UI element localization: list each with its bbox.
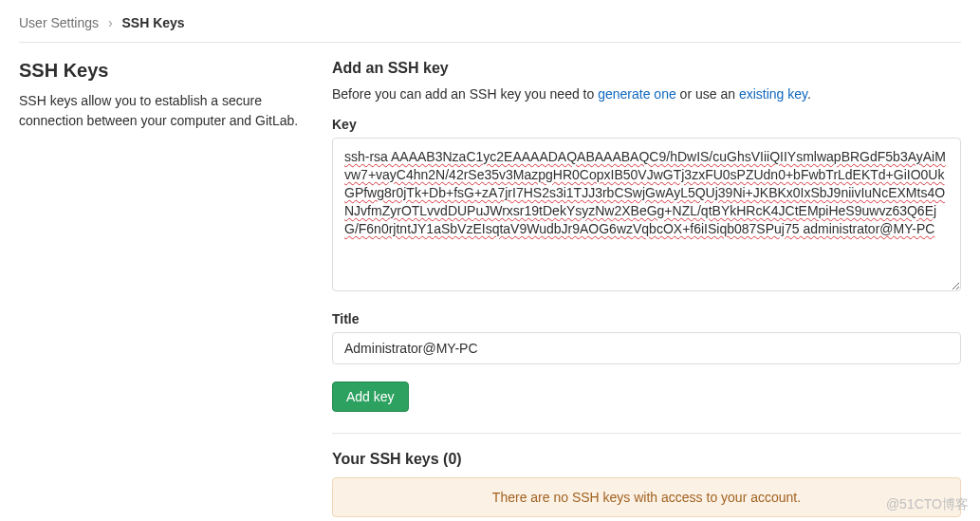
title-input[interactable] xyxy=(332,332,961,364)
add-key-heading: Add an SSH key xyxy=(332,60,961,77)
section-divider xyxy=(332,433,961,434)
breadcrumb-current: SSH Keys xyxy=(122,15,185,30)
page-description: SSH keys allow you to establish a secure… xyxy=(19,91,313,131)
intro-text-before: Before you can add an SSH key you need t… xyxy=(332,86,598,102)
breadcrumb-root[interactable]: User Settings xyxy=(19,15,99,30)
empty-keys-alert: There are no SSH keys with access to you… xyxy=(332,477,961,517)
your-keys-count: 0 xyxy=(448,451,456,467)
page-title: SSH Keys xyxy=(19,60,313,82)
watermark: @51CTO博客 xyxy=(886,496,969,513)
breadcrumb: User Settings › SSH Keys xyxy=(19,9,961,43)
your-keys-heading: Your SSH keys (0) xyxy=(332,451,961,468)
settings-description-panel: SSH Keys SSH keys allow you to establish… xyxy=(19,60,332,517)
existing-key-link[interactable]: existing key xyxy=(739,86,807,102)
generate-one-link[interactable]: generate one xyxy=(598,86,676,102)
title-label: Title xyxy=(332,311,961,326)
breadcrumb-separator: › xyxy=(108,15,113,30)
add-key-button[interactable]: Add key xyxy=(332,381,409,412)
your-keys-suffix: ) xyxy=(456,451,461,467)
intro-text-after: . xyxy=(807,86,811,102)
key-label: Key xyxy=(332,117,961,132)
key-textarea[interactable]: ssh-rsa AAAAB3NzaC1yc2EAAAADAQABAAABAQC9… xyxy=(332,138,961,291)
intro-text-mid: or use an xyxy=(676,86,739,102)
your-keys-prefix: Your SSH keys ( xyxy=(332,451,448,467)
add-key-intro: Before you can add an SSH key you need t… xyxy=(332,86,961,102)
